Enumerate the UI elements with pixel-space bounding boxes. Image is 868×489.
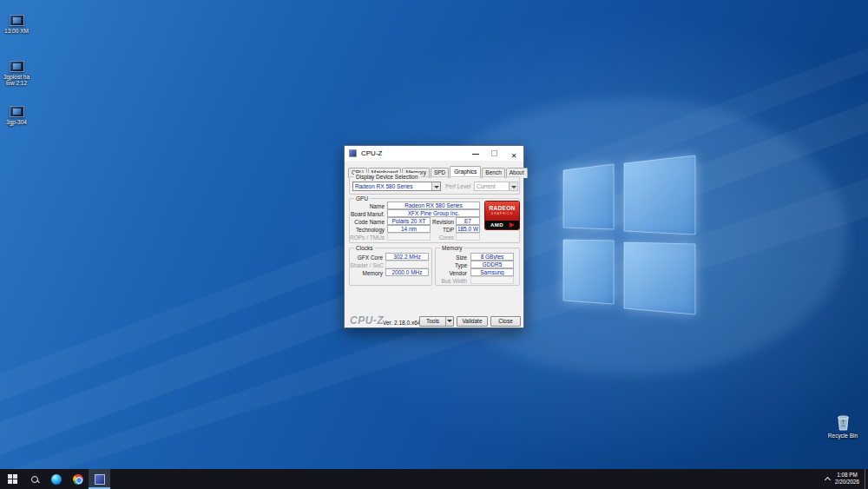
validate-button[interactable]: Validate xyxy=(457,316,488,327)
desktop-icon-label: 3gp-304 xyxy=(0,119,33,125)
mem-type-label: Type xyxy=(436,261,467,269)
memory-group: Memory Size 8 GBytes Type GDDR5 Vendor S… xyxy=(435,248,520,286)
group-label: Clocks xyxy=(354,244,375,252)
tdp-field: 185.0 W xyxy=(456,225,480,233)
mem-size-field: 8 GBytes xyxy=(470,253,514,261)
taskbar-edge-button[interactable] xyxy=(45,469,67,489)
rops-tmus-field xyxy=(387,233,431,241)
titlebar[interactable]: CPU-Z ✕ xyxy=(345,146,523,161)
code-name-label: Code Name xyxy=(350,218,385,226)
minimize-icon xyxy=(472,154,479,155)
rops-tmus-label: ROPs / TMUs xyxy=(350,234,385,241)
recycle-bin[interactable]: Recycle Bin xyxy=(825,414,861,439)
taskbar-clock[interactable]: 1:08 PM 2/20/2026 xyxy=(832,472,863,486)
perf-level-value: Current xyxy=(477,182,508,190)
desktop-icon-file1[interactable]: 13:00 XM xyxy=(0,15,33,34)
tools-button[interactable]: Tools xyxy=(419,316,454,327)
group-label: Memory xyxy=(440,244,464,252)
minimize-button[interactable] xyxy=(466,146,485,161)
amd-brand-strip: AMD xyxy=(485,221,519,229)
gfx-core-field: 302.2 MHz xyxy=(385,253,429,261)
close-window-button[interactable]: Close xyxy=(490,316,521,327)
search-button[interactable] xyxy=(23,469,45,489)
version-text: Ver. 2.18.0.x64 xyxy=(383,320,420,326)
video-file-thumbnail-icon xyxy=(10,15,24,26)
chevron-down-icon[interactable] xyxy=(431,182,440,190)
bus-width-label: Bus Width xyxy=(436,277,467,285)
bus-width-field xyxy=(470,276,514,284)
cpuz-app-icon xyxy=(349,149,357,157)
clock-date: 2/20/2026 xyxy=(832,479,863,486)
technology-field: 14 nm xyxy=(387,225,431,233)
clocks-group: Clocks GFX Core 302.2 MHz Shader / SoC M… xyxy=(349,248,432,286)
chevron-up-icon xyxy=(825,476,831,482)
name-label: Name xyxy=(350,202,385,210)
video-file-thumbnail-icon xyxy=(10,61,24,72)
cpuz-footer-logo: CPU-Z xyxy=(350,314,384,327)
desktop-icon-label: 3gplost ha low 2:12 xyxy=(0,74,33,86)
mem-vendor-field: Samsung xyxy=(470,268,514,276)
desktop-icon-file2[interactable]: 3gplost ha low 2:12 xyxy=(0,61,33,86)
tdp-label: TDP xyxy=(432,226,454,234)
taskbar-chrome-button[interactable] xyxy=(67,469,89,489)
desktop-icon-label: 13:00 XM xyxy=(0,28,33,34)
revision-field: E7 xyxy=(456,217,480,225)
gfx-core-label: GFX Core xyxy=(350,254,383,261)
memory-clock-field: 2000.0 MHz xyxy=(385,268,429,276)
mem-vendor-label: Vendor xyxy=(436,269,467,277)
chrome-icon xyxy=(73,474,83,485)
mem-size-label: Size xyxy=(436,254,467,261)
group-label: GPU xyxy=(354,195,370,202)
cpuz-window: CPU-Z ✕ CPUMainboardMemorySPDGraphicsBen… xyxy=(344,145,524,328)
gpu-group: GPU Name Radeon RX 580 Series Board Manu… xyxy=(349,198,520,243)
chevron-down-icon[interactable] xyxy=(509,182,517,190)
technology-label: Technology xyxy=(350,226,385,234)
desktop-icon-file3[interactable]: 3gp-304 xyxy=(0,106,33,125)
cpuz-taskbar-icon xyxy=(95,474,105,485)
perf-level-label: Perf Level xyxy=(445,182,471,190)
board-manuf-label: Board Manuf. xyxy=(350,210,385,218)
revision-label: Revision xyxy=(432,218,454,226)
recycle-bin-icon xyxy=(836,414,851,431)
memory-clock-label: Memory xyxy=(350,269,383,277)
start-button[interactable] xyxy=(2,469,23,489)
video-file-thumbnail-icon xyxy=(10,106,24,117)
windows-logo-icon xyxy=(8,474,17,484)
search-icon xyxy=(31,476,38,483)
taskbar-cpuz-button[interactable] xyxy=(89,469,110,489)
close-button[interactable]: ✕ xyxy=(504,146,523,161)
group-label: Display Device Selection xyxy=(354,173,420,181)
tools-button-label: Tools xyxy=(426,318,439,324)
radeon-label: RADEON xyxy=(485,205,519,212)
recycle-bin-label: Recycle Bin xyxy=(825,433,861,439)
edge-icon xyxy=(51,474,62,485)
code-name-field: Polaris 20 XT xyxy=(387,217,431,225)
window-title: CPU-Z xyxy=(361,146,382,161)
maximize-icon xyxy=(491,150,497,156)
amd-arrow-icon xyxy=(510,222,515,228)
radeon-graphics-badge: RADEON GRAPHICS AMD xyxy=(485,202,519,229)
cores-field xyxy=(456,233,480,241)
cores-label: Cores xyxy=(432,234,454,241)
display-device-selection-group: Display Device Selection Radeon RX 580 S… xyxy=(349,176,520,195)
clock-time: 1:08 PM xyxy=(832,472,863,479)
shader-soc-field xyxy=(385,261,429,268)
maximize-button[interactable] xyxy=(485,146,504,161)
board-manuf-field: XFX Pine Group Inc. xyxy=(387,209,480,217)
tools-dropdown-arrow-icon[interactable] xyxy=(445,317,453,326)
shader-soc-label: Shader / SoC xyxy=(350,261,383,269)
gpu-name-field: Radeon RX 580 Series xyxy=(387,202,480,209)
graphics-label: GRAPHICS xyxy=(485,212,519,215)
taskbar: 1:08 PM 2/20/2026 xyxy=(0,469,868,489)
display-device-value: Radeon RX 580 Series xyxy=(355,182,431,190)
desktop: 13:00 XM 3gplost ha low 2:12 3gp-304 Rec… xyxy=(0,0,868,489)
mem-type-field: GDDR5 xyxy=(470,261,514,268)
amd-logo: AMD xyxy=(490,222,503,228)
close-icon: ✕ xyxy=(511,152,517,160)
display-device-combobox[interactable]: Radeon RX 580 Series xyxy=(352,182,441,191)
perf-level-combobox[interactable]: Current xyxy=(474,182,518,191)
tab-strip: CPUMainboardMemorySPDGraphicsBenchAbout xyxy=(348,162,529,173)
show-desktop-button[interactable] xyxy=(865,469,868,489)
